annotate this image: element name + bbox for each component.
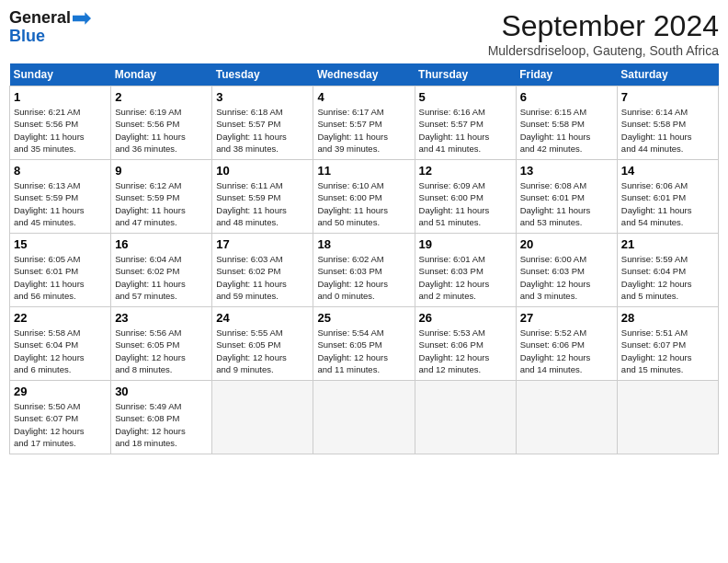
- day-info: Sunrise: 6:03 AMSunset: 6:02 PMDaylight:…: [216, 253, 309, 302]
- day-info: Sunrise: 5:58 AMSunset: 6:04 PMDaylight:…: [14, 327, 107, 375]
- calendar-week-row: 22Sunrise: 5:58 AMSunset: 6:04 PMDayligh…: [10, 307, 719, 381]
- calendar-day-cell: 17Sunrise: 6:03 AMSunset: 6:02 PMDayligh…: [212, 234, 313, 307]
- day-info: Sunrise: 5:59 AMSunset: 6:04 PMDaylight:…: [621, 253, 714, 302]
- day-info: Sunrise: 6:05 AMSunset: 6:01 PMDaylight:…: [14, 253, 107, 302]
- day-info: Sunrise: 6:04 AMSunset: 6:02 PMDaylight:…: [115, 253, 208, 302]
- calendar-day-cell: 12Sunrise: 6:09 AMSunset: 6:00 PMDayligh…: [415, 160, 516, 234]
- day-number: 12: [419, 164, 512, 178]
- logo-text-blue: Blue: [9, 28, 45, 46]
- weekday-header: Sunday: [10, 63, 111, 86]
- day-number: 7: [621, 90, 714, 104]
- calendar-week-row: 15Sunrise: 6:05 AMSunset: 6:01 PMDayligh…: [10, 234, 719, 307]
- day-number: 9: [115, 164, 208, 178]
- day-info: Sunrise: 5:51 AMSunset: 6:07 PMDaylight:…: [621, 327, 714, 375]
- page-header: General Blue September 2024 Muldersdrise…: [9, 9, 719, 58]
- day-number: 5: [419, 90, 512, 104]
- logo-icon: [73, 12, 91, 25]
- calendar-day-cell: 20Sunrise: 6:00 AMSunset: 6:03 PMDayligh…: [516, 234, 617, 307]
- calendar-week-row: 8Sunrise: 6:13 AMSunset: 5:59 PMDaylight…: [10, 160, 719, 234]
- calendar-day-cell: 19Sunrise: 6:01 AMSunset: 6:03 PMDayligh…: [415, 234, 516, 307]
- day-info: Sunrise: 6:12 AMSunset: 5:59 PMDaylight:…: [115, 179, 208, 228]
- calendar-day-cell: 14Sunrise: 6:06 AMSunset: 6:01 PMDayligh…: [617, 160, 718, 234]
- day-number: 30: [115, 385, 208, 398]
- day-number: 22: [14, 311, 107, 325]
- location: Muldersdriseloop, Gauteng, South Africa: [488, 43, 719, 58]
- logo: General Blue: [9, 9, 91, 46]
- calendar-day-cell: 1Sunrise: 6:21 AMSunset: 5:56 PMDaylight…: [10, 86, 111, 160]
- month-title: September 2024: [488, 9, 719, 43]
- day-info: Sunrise: 6:06 AMSunset: 6:01 PMDaylight:…: [621, 179, 714, 228]
- day-info: Sunrise: 5:52 AMSunset: 6:06 PMDaylight:…: [520, 327, 613, 375]
- day-info: Sunrise: 6:00 AMSunset: 6:03 PMDaylight:…: [520, 253, 613, 302]
- calendar-day-cell: 21Sunrise: 5:59 AMSunset: 6:04 PMDayligh…: [617, 234, 718, 307]
- day-info: Sunrise: 6:09 AMSunset: 6:00 PMDaylight:…: [419, 179, 512, 228]
- day-info: Sunrise: 6:08 AMSunset: 6:01 PMDaylight:…: [520, 179, 613, 228]
- weekday-header: Thursday: [415, 63, 516, 86]
- day-number: 29: [14, 385, 107, 398]
- calendar-day-cell: 26Sunrise: 5:53 AMSunset: 6:06 PMDayligh…: [415, 307, 516, 381]
- day-info: Sunrise: 6:17 AMSunset: 5:57 PMDaylight:…: [317, 106, 410, 155]
- calendar-day-cell: [617, 381, 718, 454]
- day-number: 18: [317, 237, 410, 251]
- day-info: Sunrise: 6:14 AMSunset: 5:58 PMDaylight:…: [621, 106, 714, 155]
- day-number: 26: [419, 311, 512, 325]
- calendar-day-cell: 13Sunrise: 6:08 AMSunset: 6:01 PMDayligh…: [516, 160, 617, 234]
- calendar-day-cell: [313, 381, 415, 454]
- calendar-day-cell: 4Sunrise: 6:17 AMSunset: 5:57 PMDaylight…: [313, 86, 415, 160]
- calendar-day-cell: 29Sunrise: 5:50 AMSunset: 6:07 PMDayligh…: [10, 381, 111, 454]
- day-number: 25: [317, 311, 410, 325]
- day-number: 11: [317, 164, 410, 178]
- weekday-header: Tuesday: [212, 63, 313, 86]
- calendar-day-cell: 15Sunrise: 6:05 AMSunset: 6:01 PMDayligh…: [10, 234, 111, 307]
- day-number: 23: [115, 311, 208, 325]
- calendar-day-cell: 5Sunrise: 6:16 AMSunset: 5:57 PMDaylight…: [415, 86, 516, 160]
- day-number: 28: [621, 311, 714, 325]
- day-number: 15: [14, 237, 107, 251]
- day-number: 14: [621, 164, 714, 178]
- calendar-day-cell: 3Sunrise: 6:18 AMSunset: 5:57 PMDaylight…: [212, 86, 313, 160]
- day-info: Sunrise: 6:15 AMSunset: 5:58 PMDaylight:…: [520, 106, 613, 155]
- day-info: Sunrise: 5:49 AMSunset: 6:08 PMDaylight:…: [115, 400, 208, 449]
- calendar-day-cell: 28Sunrise: 5:51 AMSunset: 6:07 PMDayligh…: [617, 307, 718, 381]
- day-number: 24: [216, 311, 309, 325]
- day-number: 17: [216, 237, 309, 251]
- day-info: Sunrise: 5:55 AMSunset: 6:05 PMDaylight:…: [216, 327, 309, 375]
- day-number: 21: [621, 237, 714, 251]
- title-section: September 2024 Muldersdriseloop, Gauteng…: [488, 9, 719, 58]
- calendar-day-cell: 8Sunrise: 6:13 AMSunset: 5:59 PMDaylight…: [10, 160, 111, 234]
- day-number: 4: [317, 90, 410, 104]
- calendar-day-cell: 25Sunrise: 5:54 AMSunset: 6:05 PMDayligh…: [313, 307, 415, 381]
- day-info: Sunrise: 5:54 AMSunset: 6:05 PMDaylight:…: [317, 327, 410, 375]
- weekday-header-row: SundayMondayTuesdayWednesdayThursdayFrid…: [10, 63, 719, 86]
- calendar-day-cell: 18Sunrise: 6:02 AMSunset: 6:03 PMDayligh…: [313, 234, 415, 307]
- logo-text-general: General: [9, 9, 71, 28]
- calendar-day-cell: [415, 381, 516, 454]
- day-info: Sunrise: 6:02 AMSunset: 6:03 PMDaylight:…: [317, 253, 410, 302]
- day-info: Sunrise: 6:13 AMSunset: 5:59 PMDaylight:…: [14, 179, 107, 228]
- calendar-day-cell: [212, 381, 313, 454]
- calendar-week-row: 1Sunrise: 6:21 AMSunset: 5:56 PMDaylight…: [10, 86, 719, 160]
- calendar-day-cell: 11Sunrise: 6:10 AMSunset: 6:00 PMDayligh…: [313, 160, 415, 234]
- svg-marker-0: [73, 12, 91, 24]
- day-info: Sunrise: 6:10 AMSunset: 6:00 PMDaylight:…: [317, 179, 410, 228]
- day-number: 8: [14, 164, 107, 178]
- calendar-week-row: 29Sunrise: 5:50 AMSunset: 6:07 PMDayligh…: [10, 381, 719, 454]
- day-number: 1: [14, 90, 107, 104]
- day-info: Sunrise: 6:19 AMSunset: 5:56 PMDaylight:…: [115, 106, 208, 155]
- day-number: 6: [520, 90, 613, 104]
- day-number: 27: [520, 311, 613, 325]
- day-number: 16: [115, 237, 208, 251]
- calendar-day-cell: 16Sunrise: 6:04 AMSunset: 6:02 PMDayligh…: [111, 234, 212, 307]
- day-info: Sunrise: 6:11 AMSunset: 5:59 PMDaylight:…: [216, 179, 309, 228]
- day-number: 19: [419, 237, 512, 251]
- calendar-day-cell: 27Sunrise: 5:52 AMSunset: 6:06 PMDayligh…: [516, 307, 617, 381]
- calendar-day-cell: 10Sunrise: 6:11 AMSunset: 5:59 PMDayligh…: [212, 160, 313, 234]
- day-number: 2: [115, 90, 208, 104]
- weekday-header: Friday: [516, 63, 617, 86]
- day-info: Sunrise: 6:01 AMSunset: 6:03 PMDaylight:…: [419, 253, 512, 302]
- calendar-day-cell: 2Sunrise: 6:19 AMSunset: 5:56 PMDaylight…: [111, 86, 212, 160]
- weekday-header: Wednesday: [313, 63, 415, 86]
- calendar-day-cell: 24Sunrise: 5:55 AMSunset: 6:05 PMDayligh…: [212, 307, 313, 381]
- weekday-header: Monday: [111, 63, 212, 86]
- day-info: Sunrise: 6:18 AMSunset: 5:57 PMDaylight:…: [216, 106, 309, 155]
